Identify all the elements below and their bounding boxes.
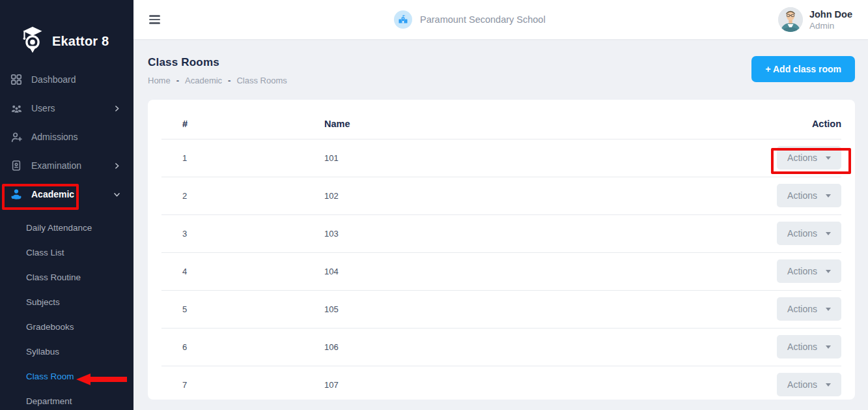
class-room-name: 107 xyxy=(324,366,750,400)
breadcrumb-item-class-rooms: Class Rooms xyxy=(236,76,287,85)
caret-down-icon xyxy=(826,270,831,273)
page-title: Class Rooms xyxy=(148,56,287,69)
page-header: Class Rooms Home-Academic-Class Rooms + … xyxy=(148,39,855,85)
breadcrumb-separator: - xyxy=(176,76,179,85)
submenu-item-subjects[interactable]: Subjects xyxy=(0,289,133,314)
app-root: Ekattor 8 DashboardUsersAdmissionsExamin… xyxy=(0,0,868,410)
grid-icon xyxy=(10,73,23,86)
caret-down-icon xyxy=(826,232,831,235)
column-header-name: Name xyxy=(324,109,750,139)
row-4-actions-button[interactable]: Actions xyxy=(777,259,841,283)
page-content: Class Rooms Home-Academic-Class Rooms + … xyxy=(133,39,868,410)
user-role: Admin xyxy=(809,21,852,31)
academic-submenu: Daily AttendanceClass ListClass RoutineS… xyxy=(0,215,133,410)
row-2-actions-button[interactable]: Actions xyxy=(777,184,841,207)
add-class-room-button[interactable]: + Add class room xyxy=(751,56,855,82)
breadcrumb-item-academic[interactable]: Academic xyxy=(185,76,222,85)
class-rooms-card: # Name Action 1101Actions2102Actions3103… xyxy=(148,100,855,400)
class-room-name: 103 xyxy=(324,214,750,252)
submenu-item-daily-attendance[interactable]: Daily Attendance xyxy=(0,215,133,240)
sidebar-item-label: Admissions xyxy=(31,132,78,142)
class-room-name: 104 xyxy=(324,252,750,290)
sidebar-item-dashboard[interactable]: Dashboard xyxy=(0,65,133,94)
sidebar-item-label: Dashboard xyxy=(31,74,76,85)
chevron-right-icon xyxy=(113,162,120,169)
class-room-name: 101 xyxy=(324,139,750,177)
row-1-actions-button[interactable]: Actions xyxy=(777,146,841,169)
breadcrumb-separator: - xyxy=(228,76,231,85)
sidebar-menu: DashboardUsersAdmissionsExaminationAcade… xyxy=(0,65,133,209)
submenu-item-class-routine[interactable]: Class Routine xyxy=(0,265,133,289)
sidebar-item-label: Academic xyxy=(31,189,74,199)
row-number: 5 xyxy=(161,290,324,328)
chevron-right-icon xyxy=(113,105,120,112)
actions-button-label: Actions xyxy=(787,304,817,314)
caret-down-icon xyxy=(826,345,831,349)
submenu-item-class-list[interactable]: Class List xyxy=(0,240,133,265)
actions-button-label: Actions xyxy=(787,379,817,390)
class-rooms-table: # Name Action 1101Actions2102Actions3103… xyxy=(161,109,841,400)
row-number: 3 xyxy=(161,214,324,252)
class-room-name: 102 xyxy=(324,177,750,214)
row-6-actions-button[interactable]: Actions xyxy=(777,335,841,359)
actions-button-label: Actions xyxy=(787,228,817,239)
sidebar-item-label: Examination xyxy=(31,160,81,171)
person-add-icon xyxy=(10,130,23,143)
caret-down-icon xyxy=(826,156,831,160)
table-row: 7107Actions xyxy=(161,366,841,400)
app-title: Ekattor 8 xyxy=(52,34,109,49)
table-row: 6106Actions xyxy=(161,328,841,366)
graduation-cap-pin-icon xyxy=(20,25,46,57)
student-icon xyxy=(10,188,23,201)
main-area: Paramount Secondary School xyxy=(133,0,868,410)
caret-down-icon xyxy=(826,383,831,387)
table-row: 1101Actions xyxy=(161,139,841,177)
user-info: John Doe Admin xyxy=(809,9,852,31)
sidebar-item-academic[interactable]: Academic xyxy=(0,180,133,209)
actions-button-label: Actions xyxy=(787,190,817,201)
row-number: 7 xyxy=(161,366,324,400)
caret-down-icon xyxy=(826,194,831,198)
row-number: 6 xyxy=(161,328,324,366)
actions-button-label: Actions xyxy=(787,266,817,276)
topbar: Paramount Secondary School xyxy=(133,0,868,39)
school-badge: Paramount Secondary School xyxy=(394,0,546,39)
submenu-item-syllabus[interactable]: Syllabus xyxy=(0,339,133,364)
sidebar: Ekattor 8 DashboardUsersAdmissionsExamin… xyxy=(0,0,133,410)
submenu-item-class-room[interactable]: Class Room xyxy=(0,364,133,388)
row-5-actions-button[interactable]: Actions xyxy=(777,297,841,321)
user-name: John Doe xyxy=(809,9,852,20)
app-logo[interactable]: Ekattor 8 xyxy=(0,0,133,65)
class-room-name: 105 xyxy=(324,290,750,328)
submenu-item-department[interactable]: Department xyxy=(0,388,133,410)
user-menu[interactable]: John Doe Admin xyxy=(778,7,852,32)
table-row: 5105Actions xyxy=(161,290,841,328)
school-name: Paramount Secondary School xyxy=(420,14,546,25)
users-group-icon xyxy=(10,102,23,115)
school-building-icon xyxy=(394,10,412,29)
column-header-num: # xyxy=(161,109,324,139)
actions-button-label: Actions xyxy=(787,342,817,352)
chevron-down-icon xyxy=(113,191,120,198)
submenu-item-gradebooks[interactable]: Gradebooks xyxy=(0,314,133,339)
sidebar-item-examination[interactable]: Examination xyxy=(0,151,133,180)
breadcrumb: Home-Academic-Class Rooms xyxy=(148,76,287,85)
column-header-action: Action xyxy=(750,109,841,139)
row-7-actions-button[interactable]: Actions xyxy=(777,373,841,396)
row-number: 4 xyxy=(161,252,324,290)
actions-button-label: Actions xyxy=(787,153,817,163)
row-number: 2 xyxy=(161,177,324,214)
menu-toggle-icon[interactable] xyxy=(149,13,160,26)
sidebar-item-label: Users xyxy=(31,103,55,113)
row-3-actions-button[interactable]: Actions xyxy=(777,222,841,245)
sidebar-item-users[interactable]: Users xyxy=(0,94,133,123)
table-row: 2102Actions xyxy=(161,177,841,214)
avatar xyxy=(778,7,803,32)
sidebar-item-admissions[interactable]: Admissions xyxy=(0,123,133,151)
class-room-name: 106 xyxy=(324,328,750,366)
breadcrumb-item-home[interactable]: Home xyxy=(148,76,171,85)
caret-down-icon xyxy=(826,308,831,311)
table-row: 3103Actions xyxy=(161,214,841,252)
table-row: 4104Actions xyxy=(161,252,841,290)
id-card-icon xyxy=(10,159,23,172)
